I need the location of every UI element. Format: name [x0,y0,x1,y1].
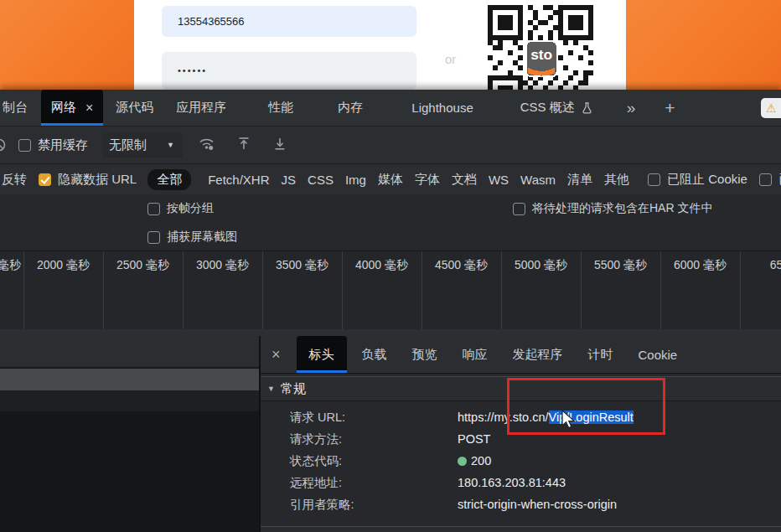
filter-type-js[interactable]: JS [276,173,303,187]
checkbox-checked-icon[interactable] [39,173,51,186]
import-har-icon[interactable] [236,136,251,154]
request-url-label: 请求 URL: [290,410,458,426]
tab-network-label: 网络 [51,100,76,116]
throttling-dropdown[interactable]: 无限制 ▼ [102,133,183,158]
request-method-label: 请求方法: [290,431,458,447]
checkbox-icon[interactable] [18,139,31,152]
details-tab-timing[interactable]: 计时 [578,336,623,373]
request-list-header-band [0,336,259,368]
clear-icon-partial[interactable] [0,137,7,152]
blocked-cookies-checkbox[interactable]: 已阻止 Cookie [648,172,747,188]
password-input[interactable]: •••••• [162,52,416,90]
filter-type-ws[interactable]: WS [483,173,515,187]
referrer-policy-label: 引用者策略: [290,497,458,513]
timeline-tick: 3000 毫秒 [183,258,262,273]
checkbox-icon[interactable] [759,173,772,186]
tab-css-overview[interactable]: CSS 概述 [512,90,602,126]
timeline-tick: 毫秒 [0,258,21,273]
blocked-cookies-label: 已阻止 Cookie [667,172,747,188]
request-method-value: POST [458,432,490,446]
checkbox-icon[interactable] [147,231,160,244]
timeline-tick: 2000 毫秒 [23,258,103,273]
timeline-tick: 5000 毫秒 [501,258,581,273]
page-right-banner [626,0,781,90]
status-code-row: 状态代码: 200 [261,450,781,472]
remote-address-value: 180.163.203.81:443 [458,476,566,489]
checkbox-icon[interactable] [648,173,660,186]
more-tabs-chevron-icon[interactable]: » [618,90,644,126]
network-options: 按帧分组 捕获屏幕截图 将待处理的请求包含在HAR 文件中 [0,194,781,251]
tab-console-partial[interactable]: 制台 [0,90,34,126]
section-expand-icon[interactable]: ▼ [267,385,275,393]
details-tab-preview[interactable]: 预览 [402,336,447,373]
tab-lighthouse[interactable]: Lighthouse [403,90,481,126]
details-tab-headers-label: 标头 [309,347,334,363]
tab-network-close-icon[interactable]: × [85,101,93,116]
blocked-requests-checkbox[interactable]: 已阻止 [759,172,781,188]
browser-page: 13554365566 •••••• or [0,0,781,90]
hide-data-urls-checkbox[interactable]: 隐藏数据 URL [39,172,137,188]
experiment-flask-icon [581,101,593,115]
timeline-tick: 2500 毫秒 [103,258,183,273]
timeline-tick: 3500 毫秒 [262,258,342,273]
capture-screenshots-checkbox[interactable]: 捕获屏幕截图 [147,230,237,245]
phone-input[interactable]: 13554365566 [162,6,416,37]
response-headers-section-header[interactable]: ▼ 响应标头 [261,526,781,532]
filter-type-fetch-xhr[interactable]: Fetch/XHR [202,173,275,187]
checkbox-icon[interactable] [513,203,525,215]
request-list-highlight-band [0,369,259,390]
group-by-frame-checkbox[interactable]: 按帧分组 [147,201,214,216]
invert-filter-label[interactable]: 反转 [2,172,27,188]
sto-logo: sto [526,41,557,76]
status-code-value: 200 [458,454,491,467]
filter-type-wasm[interactable]: Wasm [515,173,561,187]
tab-network[interactable]: 网络 × [41,90,103,126]
status-ok-dot-icon [458,457,467,466]
timeline-tick: 6000 毫秒 [660,258,740,273]
referrer-policy-row: 引用者策略: strict-origin-when-cross-origin [261,493,781,515]
details-tab-initiator[interactable]: 发起程序 [503,336,573,373]
disable-cache-checkbox[interactable]: 禁用缓存 [18,137,88,153]
details-tab-payload[interactable]: 负载 [352,336,397,373]
screen: 13554365566 •••••• or [0,0,781,532]
details-tab-headers[interactable]: 标头 [297,336,347,373]
filter-type-doc[interactable]: 文档 [446,172,483,188]
page-left-banner [0,0,134,90]
add-tab-icon[interactable]: + [656,90,683,126]
tab-application[interactable]: 应用程序 [168,90,235,126]
filter-type-other[interactable]: 其他 [598,172,635,188]
filter-type-css[interactable]: CSS [302,173,339,187]
include-har-label: 将待处理的请求包含在HAR 文件中 [532,201,712,216]
network-overview-timeline[interactable]: 毫秒 2000 毫秒 2500 毫秒 3000 毫秒 3500 毫秒 4000 … [0,251,781,336]
include-har-checkbox[interactable]: 将待处理的请求包含在HAR 文件中 [513,201,712,216]
issues-warning-badge[interactable]: ⚠ [761,98,781,118]
group-by-frame-label: 按帧分组 [167,201,214,216]
warning-icon: ⚠ [766,101,777,115]
hide-data-urls-label: 隐藏数据 URL [58,172,137,188]
network-toolbar: 禁用缓存 无限制 ▼ [0,126,781,164]
timeline-tick: 4000 毫秒 [342,258,422,273]
devtools-panel: 制台 网络 × 源代码 应用程序 性能 内存 Lighthouse CSS 概述… [0,90,781,532]
request-list-dark-band [0,390,259,411]
tab-sources[interactable]: 源代码 [107,90,162,126]
timeline-tick: 650 [740,258,781,271]
timeline-tick: 5500 毫秒 [581,258,660,273]
remote-address-label: 远程地址: [290,475,458,491]
filter-type-manifest[interactable]: 清单 [561,172,598,188]
filter-type-font[interactable]: 字体 [409,172,446,188]
filter-type-img[interactable]: Img [339,173,372,187]
remote-address-row: 远程地址: 180.163.203.81:443 [261,472,781,493]
status-code-label: 状态代码: [290,453,458,469]
tab-performance[interactable]: 性能 [260,90,302,126]
network-conditions-icon[interactable] [198,136,216,155]
filter-type-all[interactable]: 全部 [147,169,191,190]
checkbox-icon[interactable] [147,203,160,215]
request-list-panel[interactable] [0,336,259,532]
tab-memory[interactable]: 内存 [329,90,371,126]
details-tab-response[interactable]: 响应 [453,336,498,373]
details-tab-cookie[interactable]: Cookie [628,336,688,373]
close-details-icon[interactable]: × [261,336,288,373]
filter-type-media[interactable]: 媒体 [372,172,409,188]
or-divider-label: or [445,52,456,66]
export-har-icon[interactable] [272,136,287,154]
